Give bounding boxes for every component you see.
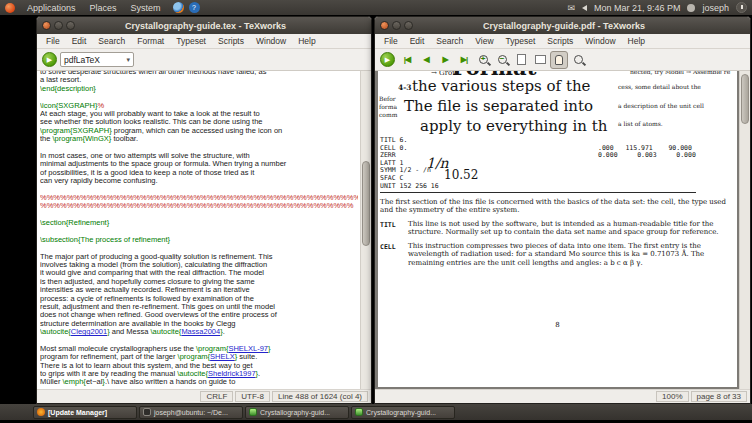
scrollbar-thumb[interactable] — [741, 74, 749, 124]
next-page-icon[interactable]: ▶ — [436, 51, 454, 69]
menu-edit[interactable]: Edit — [404, 35, 431, 47]
clock[interactable]: Mon Mar 21, 9:46 PM — [594, 3, 681, 13]
zoom-in-icon[interactable]: + — [474, 51, 492, 69]
editor-line: to grips with it are by reading the manu… — [40, 370, 358, 378]
editor-line: Müller \emph{et~al}.\ have also written … — [40, 378, 358, 386]
line-indicator: Line 488 of 1624 (col 4) — [272, 391, 368, 402]
editor-line: it would give and comparing that with th… — [40, 269, 358, 277]
taskbar-item[interactable]: Crystallography-guid... — [351, 406, 455, 419]
editor-line: \end{description} — [40, 85, 358, 93]
menu-file[interactable]: File — [378, 35, 404, 47]
menu-window[interactable]: Window — [250, 35, 292, 47]
pdf-text-fragment: comm — [379, 111, 397, 118]
actual-size-icon[interactable] — [512, 51, 530, 69]
engine-select[interactable]: pdfLaTeX ▾ — [60, 52, 134, 67]
mail-icon[interactable]: ✉ — [567, 3, 575, 13]
chevron-down-icon: ▾ — [126, 56, 130, 64]
taskbar-item[interactable]: joseph@ubuntu: ~/De... — [139, 406, 243, 419]
help-icon[interactable]: ? — [189, 2, 200, 13]
editor-line: In most cases, one or two attempts will … — [40, 152, 358, 160]
editor-line: structure determination are available in… — [40, 320, 358, 328]
pdf-toolbar: ▶ |◀◀▶▶|+− — [375, 49, 750, 71]
typeset-run-button[interactable]: ▶ — [380, 52, 395, 67]
pdf-window: Crystallography-guide.pdf - TeXworks Fil… — [374, 16, 751, 404]
menu-view[interactable]: View — [469, 35, 499, 47]
editor-line: can very rapidly become confusing. — [40, 177, 358, 185]
pdf-entry: TITLThis line is not used by the softwar… — [380, 220, 734, 237]
volume-icon[interactable] — [582, 5, 587, 11]
editor-line: is then adjusted, and hopefully comes cl… — [40, 278, 358, 286]
panel-menu-places[interactable]: Places — [83, 2, 124, 14]
user-icon — [687, 4, 695, 12]
pdf-entries: TITLThis line is not used by the softwar… — [380, 220, 734, 272]
pdf-viewport[interactable]: → Grow Format nected, try Model → Assemb… — [375, 71, 750, 389]
editor-line: a last resort. — [40, 76, 358, 84]
menu-file[interactable]: File — [40, 35, 66, 47]
terminal-icon — [143, 408, 151, 416]
typeset-run-button[interactable]: ▶ — [42, 52, 57, 67]
hand-tool-icon[interactable] — [550, 51, 568, 69]
minimize-icon[interactable] — [54, 21, 63, 30]
pdf-magnified-line: apply to everything in th — [420, 117, 607, 135]
editor-scrollbar[interactable] — [360, 71, 371, 389]
menu-search[interactable]: Search — [430, 35, 469, 47]
pdf-text-fragment: cess, some detail about the — [618, 83, 701, 90]
menu-edit[interactable]: Edit — [66, 35, 93, 47]
previous-page-icon[interactable]: ◀ — [417, 51, 435, 69]
pdf-text-fragment: a description of the unit cell — [618, 102, 704, 109]
magnifier-icon[interactable] — [569, 51, 587, 69]
firefox-icon[interactable] — [173, 2, 184, 13]
page-indicator: page 8 of 33 — [691, 391, 747, 402]
editor-toolbar: ▶ pdfLaTeX ▾ — [37, 49, 371, 71]
ubuntu-logo-icon[interactable] — [5, 3, 15, 13]
first-page-icon[interactable]: |◀ — [398, 51, 416, 69]
menu-scripts[interactable]: Scripts — [541, 35, 579, 47]
username[interactable]: joseph — [702, 3, 729, 13]
scrollbar-thumb[interactable] — [362, 161, 370, 246]
pdf-text-fragment: a list of atoms. — [618, 120, 663, 127]
menu-window[interactable]: Window — [579, 35, 621, 47]
zoom-out-icon[interactable]: − — [493, 51, 511, 69]
pdf-entry: CELLThis instruction compresses two piec… — [380, 242, 734, 267]
editor-line: The major part of producing a good-quali… — [40, 253, 358, 261]
menu-typeset[interactable]: Typeset — [500, 35, 542, 47]
editor-menubar: FileEditSearchFormatTypesetScriptsWindow… — [37, 34, 371, 49]
pdf-menubar: FileEditSearchViewTypesetScriptsWindowHe… — [375, 34, 750, 49]
pdf-text-fragment: nected, try Model → Assemble re — [630, 71, 730, 75]
pdf-section-number: 4-3 — [398, 83, 412, 92]
editor-titlebar[interactable]: Crystallography-guide.tex - TeXworks — [37, 17, 371, 34]
menu-help[interactable]: Help — [622, 35, 651, 47]
pdf-page-number: 8 — [378, 321, 737, 329]
panel-menu-applications[interactable]: Applications — [20, 2, 83, 14]
pdf-text-fragment: forma — [379, 103, 397, 110]
pdf-scrollbar[interactable] — [739, 71, 750, 389]
editor-area[interactable]: to solve desperate structures when all o… — [37, 71, 371, 389]
eol-indicator: CRLF — [200, 391, 233, 402]
menu-scripts[interactable]: Scripts — [212, 35, 250, 47]
editor-window: Crystallography-guide.tex - TeXworks Fil… — [36, 16, 372, 404]
close-icon[interactable] — [380, 21, 389, 30]
taskbar-item[interactable]: Crystallography-guid... — [245, 406, 349, 419]
menu-search[interactable]: Search — [92, 35, 131, 47]
fit-width-icon[interactable] — [531, 51, 549, 69]
power-button[interactable] — [736, 2, 747, 13]
last-page-icon[interactable]: ▶| — [455, 51, 473, 69]
editor-line: does not change when refined. Good overv… — [40, 311, 358, 319]
editor-content: to solve desperate structures when all o… — [40, 71, 358, 387]
panel-menu-system[interactable]: System — [124, 2, 168, 14]
pdf-magnified-line: the various steps of the — [412, 77, 590, 95]
zoom-indicator: 100% — [656, 391, 688, 402]
close-icon[interactable] — [42, 21, 51, 30]
maximize-icon[interactable] — [404, 21, 413, 30]
texworks-icon — [355, 408, 363, 416]
pdf-titlebar[interactable]: Crystallography-guide.pdf - TeXworks — [375, 17, 750, 34]
minimize-icon[interactable] — [392, 21, 401, 30]
menu-typeset[interactable]: Typeset — [170, 35, 212, 47]
menu-help[interactable]: Help — [292, 35, 321, 47]
menu-format[interactable]: Format — [131, 35, 170, 47]
editor-line: Most small molecule crystallographers us… — [40, 345, 358, 353]
taskbar-item[interactable]: [Update Manager] — [33, 406, 137, 419]
editor-line: \autocite{Clegg2001} and Messa \autocite… — [40, 328, 358, 336]
maximize-icon[interactable] — [66, 21, 75, 30]
editor-line: involves taking a model (from the soluti… — [40, 261, 358, 269]
